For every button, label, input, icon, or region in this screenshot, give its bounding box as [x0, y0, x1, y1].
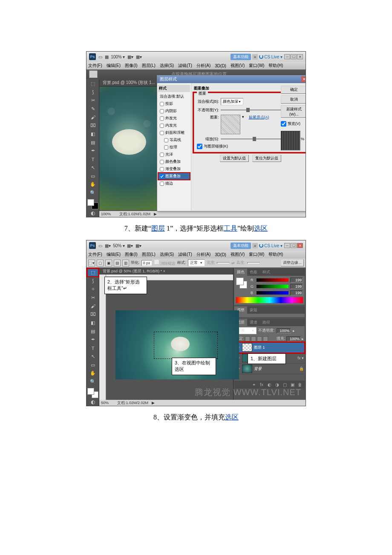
- style-inner-glow[interactable]: 内发光: [158, 122, 190, 129]
- style-color-overlay[interactable]: 颜色叠加: [158, 158, 190, 165]
- eraser-tool-icon[interactable]: ◧: [87, 130, 98, 138]
- layer-row-layer1[interactable]: 👁 图层 1: [234, 342, 305, 353]
- style-drop-shadow[interactable]: 投影: [158, 100, 190, 107]
- close-icon[interactable]: ✕: [297, 243, 303, 248]
- opacity-input[interactable]: 100%: [277, 328, 291, 333]
- marquee-tool-icon[interactable]: ⬚: [87, 80, 98, 88]
- crop-tool-icon[interactable]: ✂: [87, 294, 98, 302]
- maximize-icon[interactable]: ☐: [291, 54, 297, 59]
- checkbox[interactable]: [160, 116, 164, 121]
- hand-tool-icon[interactable]: ✋: [87, 180, 98, 188]
- checkbox[interactable]: [164, 138, 168, 142]
- style-outer-glow[interactable]: 外发光: [158, 115, 190, 122]
- scale-slider[interactable]: [221, 137, 285, 141]
- workspace-button[interactable]: 基本功能: [231, 243, 251, 249]
- chevron-right-icon[interactable]: ▸: [293, 329, 295, 333]
- pattern-dropdown-icon[interactable]: ▾: [242, 115, 244, 119]
- layer-name[interactable]: 图层 1: [254, 345, 304, 350]
- workspace-button[interactable]: 基本功能: [231, 54, 251, 60]
- checkbox[interactable]: [164, 145, 168, 150]
- checkbox[interactable]: [160, 182, 164, 186]
- marquee-tool-icon[interactable]: ⬚▾: [88, 260, 95, 266]
- b-slider[interactable]: [257, 291, 288, 295]
- link-tool[interactable]: 工具: [224, 225, 237, 232]
- document-tab[interactable]: 背景.psd @ 50% (图层 1, RGB/8) * ×: [99, 268, 233, 275]
- path-tool-icon[interactable]: ↖: [87, 353, 98, 361]
- lock-pixels-icon[interactable]: [251, 336, 256, 341]
- hand-tool-icon[interactable]: ✋: [87, 369, 98, 377]
- marquee-selection[interactable]: [154, 332, 218, 359]
- lock-position-icon[interactable]: [257, 336, 262, 341]
- lock-all-icon[interactable]: [263, 336, 268, 341]
- cslive-menu[interactable]: CS Live ▾: [259, 243, 282, 248]
- zoom-dropdown[interactable]: 100% ▾: [111, 55, 125, 59]
- style-texture[interactable]: 纹理: [158, 144, 190, 151]
- minimize-icon[interactable]: ─: [284, 54, 290, 59]
- move-tool-icon[interactable]: ✥▾: [89, 70, 98, 78]
- pen-tool-icon[interactable]: ✒: [87, 147, 98, 155]
- selection-add-icon[interactable]: ▣: [105, 260, 112, 266]
- fx-badge[interactable]: fx ▾: [297, 356, 304, 360]
- checkbox[interactable]: [160, 124, 164, 128]
- workspace-more[interactable]: »: [252, 54, 258, 60]
- blend-options[interactable]: 混合选项:默认: [158, 93, 190, 100]
- status-zoom[interactable]: 50%: [101, 401, 109, 405]
- cancel-button[interactable]: 取消: [281, 95, 306, 104]
- layer-thumbnail[interactable]: [242, 364, 252, 373]
- link-selection[interactable]: 选区: [225, 413, 239, 421]
- new-style-button[interactable]: 新建样式(W)...: [281, 105, 306, 118]
- eyedropper-tool-icon[interactable]: ✎: [87, 105, 98, 113]
- marquee-tool-icon[interactable]: ⬚: [87, 269, 98, 277]
- menu-window[interactable]: 窗口(W): [249, 63, 264, 69]
- tab-paths[interactable]: 路径: [260, 319, 273, 326]
- style-bevel[interactable]: 斜面和浮雕: [158, 129, 190, 136]
- crop-tool-icon[interactable]: ✂: [87, 96, 98, 104]
- cslive-menu[interactable]: CS Live ▾: [259, 55, 282, 59]
- g-slider[interactable]: [257, 285, 288, 288]
- menu-image[interactable]: 图像(I): [125, 251, 137, 257]
- menu-image[interactable]: 图像(I): [125, 63, 137, 69]
- tab-color[interactable]: 颜色: [234, 269, 247, 276]
- zoom-tool-icon[interactable]: 🔍: [87, 378, 98, 386]
- menu-edit[interactable]: 编辑(E): [107, 251, 121, 257]
- checkbox[interactable]: [160, 167, 164, 171]
- pen-tool-icon[interactable]: ✒: [87, 336, 98, 344]
- snap-origin-button[interactable]: 贴紧原点(A): [249, 115, 269, 120]
- menu-view[interactable]: 视图(V): [231, 251, 245, 257]
- menu-select[interactable]: 选择(S): [160, 251, 174, 257]
- menu-help[interactable]: 帮助(H): [268, 251, 283, 257]
- style-combo[interactable]: 正常▼: [188, 259, 205, 266]
- color-swatches-icon[interactable]: [236, 278, 247, 289]
- checkbox[interactable]: [160, 102, 164, 106]
- layer-row-background[interactable]: 👁 背景 🔒: [234, 364, 305, 374]
- lasso-tool-icon[interactable]: ⟆: [87, 88, 98, 96]
- menu-filter[interactable]: 滤镜(T): [178, 251, 192, 257]
- fill-input[interactable]: 100%: [286, 336, 301, 341]
- color-swatches[interactable]: [87, 388, 98, 398]
- menu-3d[interactable]: 3D(D): [215, 252, 226, 257]
- tab-styles[interactable]: 样式: [260, 269, 273, 276]
- style-stroke[interactable]: 描边: [158, 180, 190, 187]
- menu-window[interactable]: 窗口(W): [249, 251, 264, 257]
- status-zoom[interactable]: 100%: [101, 212, 111, 216]
- color-swatches[interactable]: [87, 199, 98, 209]
- eraser-tool-icon[interactable]: ◧: [87, 319, 98, 327]
- brush-tool-icon[interactable]: 🖌: [87, 113, 98, 121]
- menu-file[interactable]: 文件(F): [88, 251, 102, 257]
- link-layer[interactable]: 图层: [151, 225, 165, 232]
- link-layer-checkbox[interactable]: [197, 144, 202, 149]
- opacity-slider[interactable]: [221, 108, 285, 112]
- menu-edit[interactable]: 编辑(E): [107, 63, 121, 69]
- preview-checkbox[interactable]: [281, 121, 286, 127]
- style-inner-shadow[interactable]: 内阴影: [158, 107, 190, 115]
- blend-mode-combo[interactable]: 颜色加深▼: [221, 98, 243, 105]
- menu-file[interactable]: 文件(F): [88, 63, 102, 69]
- style-contour[interactable]: 等高线: [158, 136, 190, 144]
- selection-intersect-icon[interactable]: ▥: [122, 260, 129, 266]
- selection-new-icon[interactable]: ▢: [97, 260, 104, 266]
- quickmask-icon[interactable]: ◐: [87, 210, 98, 216]
- stamp-tool-icon[interactable]: ⌧: [87, 122, 98, 130]
- wand-tool-icon[interactable]: ✧: [87, 285, 98, 293]
- styles-header[interactable]: 样式: [158, 85, 190, 92]
- style-satin[interactable]: 光泽: [158, 151, 190, 158]
